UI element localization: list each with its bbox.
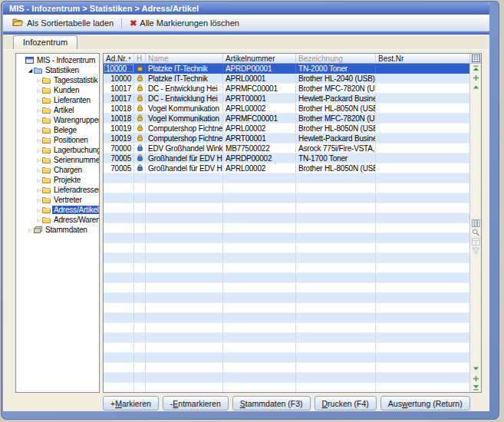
tree-item-statistiken[interactable]: ◢Statistiken [16, 65, 99, 75]
table-row[interactable]: 70005Großhandel für EDV HAPRDP00002TN-17… [104, 153, 469, 163]
column-header-h[interactable]: H [134, 54, 146, 63]
table-row[interactable]: 10017DC - Entwicklung HeiAPRMFC00001Brot… [104, 84, 469, 94]
goto-current-icon[interactable] [471, 374, 481, 382]
cell-name: Platzke IT-Technik [146, 74, 223, 83]
tree-item-positionen[interactable]: ▷Positionen [16, 135, 99, 145]
scroll-down-icon[interactable] [471, 365, 481, 373]
empty-row [104, 243, 469, 253]
table-row[interactable]: 10017DC - Entwicklung HeiAPRT00001Hewlet… [104, 94, 469, 104]
table-row[interactable]: 10019Computershop FichtneAPRL00002Brothe… [104, 124, 469, 134]
tree-item-projekte[interactable]: ▷Projekte [16, 175, 99, 185]
empty-cell [104, 263, 134, 272]
collapsed-expander-icon[interactable]: ▷ [35, 197, 42, 203]
lock-cell [134, 114, 146, 123]
empty-cell [104, 363, 134, 372]
column-header-ad-nr-[interactable]: Ad.Nr.▼ [104, 54, 134, 63]
table-row[interactable]: 10018Vogel KommunikationAPRMFC00001Broth… [104, 114, 469, 124]
tree-item-mis-infozentrum[interactable]: MIS - Infozentrum [16, 55, 99, 65]
table-row[interactable]: 10019Computershop FichtneAPRT00001Hewlet… [104, 134, 469, 143]
empty-row [104, 233, 469, 243]
column-header-name[interactable]: Name [146, 54, 223, 63]
collapsed-expander-icon[interactable]: ▷ [35, 77, 42, 83]
column-header-artikelnummer[interactable]: Artikelnummer [223, 54, 296, 63]
empty-cell [146, 213, 223, 223]
collapsed-expander-icon[interactable]: ▷ [35, 157, 42, 163]
collapsed-expander-icon[interactable]: ▷ [35, 87, 42, 93]
empty-cell [376, 333, 469, 342]
tree-item-artikel[interactable]: ▷Artikel [16, 105, 99, 115]
collapsed-expander-icon[interactable]: ▷ [35, 107, 42, 113]
select-columns-grid-icon[interactable] [470, 54, 482, 64]
collapsed-expander-icon[interactable]: ▷ [35, 97, 42, 103]
expanded-expander-icon[interactable]: ◢ [27, 68, 34, 74]
scroll-bottom-icon[interactable] [471, 384, 481, 391]
tree-item-chargen[interactable]: ▷Chargen [16, 165, 99, 175]
tab-infozentrum[interactable]: Infozentrum [13, 35, 77, 49]
empty-cell [104, 253, 134, 262]
folder-icon [42, 77, 52, 84]
column-header-bezeichnung[interactable]: Bezeichnung [296, 54, 376, 63]
columns-icon[interactable] [471, 219, 481, 227]
filter-icon[interactable] [471, 247, 481, 255]
collapsed-expander-icon[interactable]: ▷ [27, 227, 34, 232]
collapsed-expander-icon[interactable]: ▷ [35, 167, 42, 173]
collapsed-expander-icon[interactable]: ▷ [35, 147, 42, 153]
table-row[interactable]: 10018Vogel KommunikationAPRL00002Brother… [104, 104, 469, 114]
table-row[interactable]: 70005Großhandel für EDV HAPRL00002Brothe… [104, 163, 469, 173]
tree-item-label: Seriennummern [52, 156, 100, 164]
tree-item-adress-warengruppen[interactable]: ▷Adress/Warengruppen [16, 215, 99, 225]
collapsed-expander-icon[interactable]: ▷ [35, 127, 42, 133]
column-header-best-nr[interactable]: Best.Nr [376, 54, 469, 63]
table-row[interactable]: 10000Platzke IT-TechnikAPRL00001Brother … [104, 74, 469, 84]
drucken-button[interactable]: Drucken (F4) [315, 396, 377, 410]
tree-item-belege[interactable]: ▷Belege [16, 125, 99, 135]
cell-bestnr [376, 143, 469, 153]
empty-cell [376, 223, 469, 232]
tree-item-lieferanten[interactable]: ▷Lieferanten [16, 95, 99, 105]
empty-cell [223, 223, 296, 232]
search-icon[interactable] [471, 229, 481, 236]
collapsed-expander-icon[interactable]: ▷ [35, 137, 42, 143]
empty-cell [223, 293, 296, 302]
lock-cell [134, 134, 146, 143]
toolbar-button-sortiertabelle[interactable]: Als Sortiertabelle laden [7, 16, 119, 30]
auswertung-button[interactable]: Auswertung (Return) [380, 396, 470, 410]
collapsed-expander-icon[interactable]: ▷ [35, 207, 42, 213]
folder-icon [42, 196, 52, 203]
tree-item-tagesstatistik[interactable]: ▷Tagesstatistik [16, 75, 99, 85]
tree-item-adress-artikel[interactable]: ▷Adress/Artikel [16, 205, 99, 215]
markieren-button[interactable]: + Markieren [103, 396, 159, 410]
tree-item-seriennummern[interactable]: ▷Seriennummern [16, 155, 99, 165]
empty-cell [146, 373, 223, 382]
tree-item-vertreter[interactable]: ▷Vertreter [16, 195, 99, 205]
collapsed-expander-icon[interactable]: ▷ [35, 177, 42, 183]
collapsed-expander-icon[interactable]: ▷ [35, 217, 42, 223]
empty-row [104, 173, 469, 183]
goto-current-icon[interactable] [471, 74, 481, 81]
scroll-up-icon[interactable] [471, 83, 481, 91]
layout-icon[interactable] [471, 238, 481, 246]
scroll-top-icon[interactable] [471, 64, 481, 72]
cell-name: Großhandel für EDV H [146, 163, 223, 173]
tree-item-warengruppen[interactable]: ▷Warengruppen [16, 115, 99, 125]
tree-item-kunden[interactable]: ▷Kunden [16, 85, 99, 95]
tree-item-lagerbuchungen[interactable]: ▷Lagerbuchungen [16, 145, 99, 155]
lock-icon-blue [137, 144, 143, 153]
tree-item-stammdaten[interactable]: ▷Stammdaten [16, 225, 99, 235]
entmarkieren-button[interactable]: - Entmarkieren [163, 396, 229, 410]
table-row[interactable]: 70000EDV Großhandel WinklMB77500022Asroc… [104, 143, 469, 153]
empty-row [104, 343, 469, 353]
tree-item-lieferadressen[interactable]: ▷Lieferadressen [16, 185, 99, 195]
cell-bezeichnung: Brother HL-8050N (USB/PAR/LAN) [296, 124, 376, 133]
action-button-bar: + Markieren- EntmarkierenStammdaten (F3)… [103, 396, 470, 410]
cell-name: Großhandel für EDV H [146, 153, 223, 163]
collapsed-expander-icon[interactable]: ▷ [35, 117, 42, 123]
lock-cell [134, 84, 146, 93]
table-row[interactable]: 10000Platzke IT-TechnikAPRDP00001TN-2000… [104, 64, 469, 74]
empty-cell [296, 253, 376, 262]
collapsed-expander-icon[interactable]: ▷ [35, 187, 42, 193]
empty-cell [134, 293, 146, 302]
toolbar-button-markierungen-loeschen[interactable]: ✖Alle Markierungen löschen [124, 16, 245, 30]
empty-cell [376, 213, 469, 223]
stammdaten-button[interactable]: Stammdaten (F3) [232, 396, 311, 410]
